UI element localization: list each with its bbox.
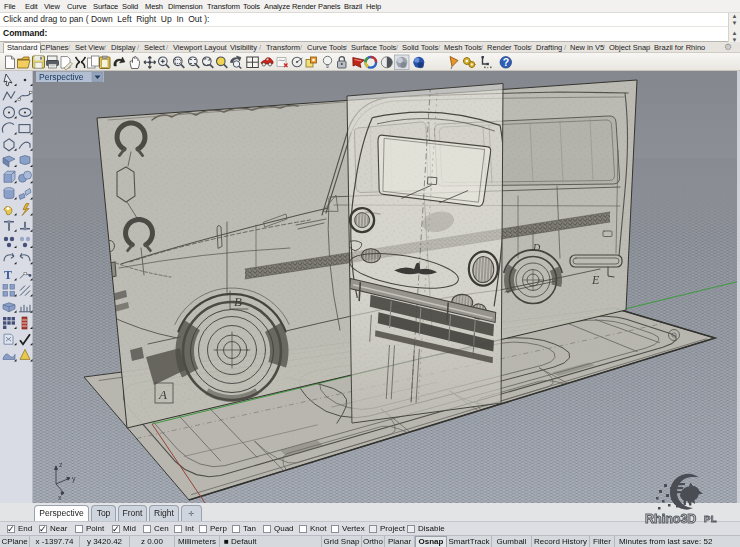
svg-text:?: ? xyxy=(503,56,509,68)
svg-text:x: x xyxy=(58,494,62,501)
svg-text:B: B xyxy=(234,294,242,309)
svg-text:Perspective: Perspective xyxy=(39,72,84,82)
svg-text:z: z xyxy=(59,461,63,468)
svg-text:T: T xyxy=(4,268,12,282)
svg-text:E: E xyxy=(591,273,600,287)
svg-text:A: A xyxy=(158,387,167,402)
svg-text:y: y xyxy=(72,475,76,483)
svg-text:D: D xyxy=(532,242,541,253)
